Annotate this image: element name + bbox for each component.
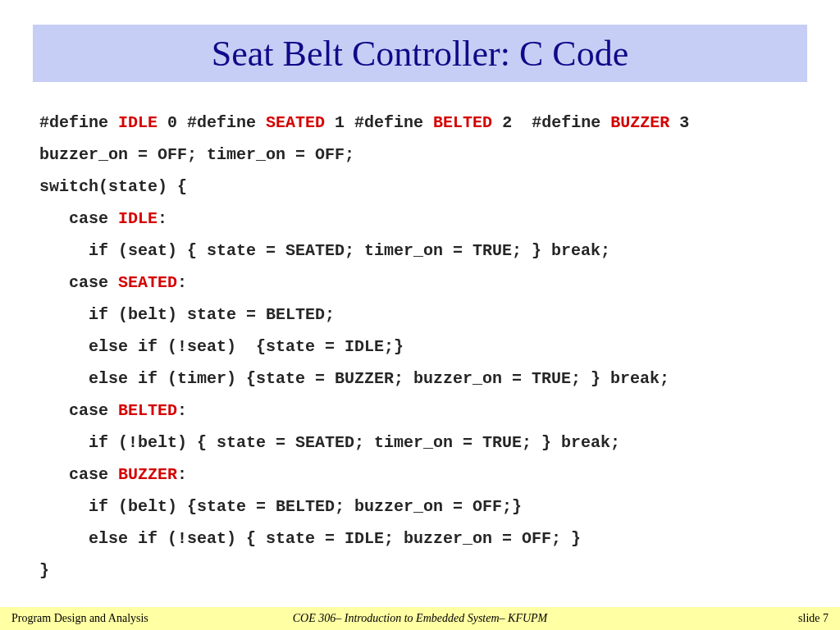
keyword-belted: BELTED <box>433 113 492 132</box>
code-line-7: if (belt) state = BELTED; <box>39 305 335 324</box>
code-line-11: if (!belt) { state = SEATED; timer_on = … <box>39 433 620 452</box>
keyword-idle: IDLE <box>118 209 158 228</box>
code-line-1: #define IDLE 0 #define SEATED 1 #define … <box>39 113 689 132</box>
footer: Program Design and Analysis COE 306– Int… <box>0 607 840 630</box>
code-line-14: else if (!seat) { state = IDLE; buzzer_o… <box>39 529 581 548</box>
footer-left: Program Design and Analysis <box>11 612 148 625</box>
code-line-13: if (belt) {state = BELTED; buzzer_on = O… <box>39 497 522 516</box>
code-line-4: case IDLE: <box>39 209 167 228</box>
keyword-seated: SEATED <box>118 273 177 292</box>
keyword-idle: IDLE <box>118 113 158 132</box>
keyword-buzzer: BUZZER <box>118 465 177 484</box>
code-line-10: case BELTED: <box>39 401 187 420</box>
keyword-buzzer: BUZZER <box>610 113 669 132</box>
code-line-12: case BUZZER: <box>39 465 187 484</box>
footer-right: slide 7 <box>798 612 829 625</box>
code-line-2: buzzer_on = OFF; timer_on = OFF; <box>39 145 354 164</box>
code-block: #define IDLE 0 #define SEATED 1 #define … <box>39 107 807 587</box>
code-line-5: if (seat) { state = SEATED; timer_on = T… <box>39 241 610 260</box>
code-line-3: switch(state) { <box>39 177 187 196</box>
slide-title: Seat Belt Controller: C Code <box>212 33 628 75</box>
title-bar: Seat Belt Controller: C Code <box>33 25 807 82</box>
code-line-9: else if (timer) {state = BUZZER; buzzer_… <box>39 369 669 388</box>
code-line-6: case SEATED: <box>39 273 187 292</box>
slide: Seat Belt Controller: C Code #define IDL… <box>0 0 840 630</box>
code-line-15: } <box>39 561 49 580</box>
code-line-8: else if (!seat) {state = IDLE;} <box>39 337 404 356</box>
keyword-seated: SEATED <box>266 113 325 132</box>
keyword-belted: BELTED <box>118 401 177 420</box>
